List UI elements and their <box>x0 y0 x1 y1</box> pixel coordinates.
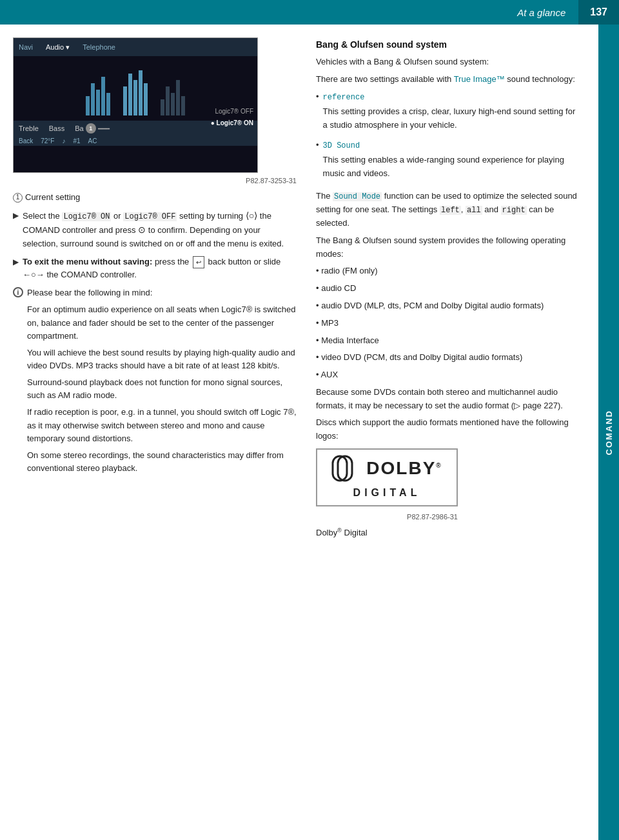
mode-cd: audio CD <box>316 282 582 295</box>
reference-bullet: • reference This setting provides a cris… <box>316 90 582 136</box>
reference-content: reference This setting provides a crisp,… <box>323 90 582 136</box>
info-intro: Please bear the following in mind: <box>27 286 297 299</box>
bass-circle: Ba 1 ━━━ <box>75 123 109 134</box>
back-button-icon: ↩ <box>193 256 204 269</box>
ui-screenshot: Navi Audio ▾ Telephone <box>13 37 258 173</box>
mode-dvd: audio DVD (MLP, dts, PCM and Dolby Digit… <box>316 299 582 313</box>
logos-intro: Discs which support the audio formats me… <box>316 416 582 443</box>
car-ui-tabs: Navi Audio ▾ Telephone <box>14 38 257 56</box>
main-content: Navi Audio ▾ Telephone <box>0 25 619 557</box>
back-label: Back <box>19 137 33 145</box>
dolby-logo-box: DOLBY® DIGITAL <box>316 448 458 506</box>
operating-modes-intro: The Bang & Olufsen sound system provides… <box>316 234 582 261</box>
right-column: Bang & Olufsen sound system Vehicles wit… <box>316 37 588 544</box>
tab-telephone: Telephone <box>83 43 115 51</box>
dolby-logo: DOLBY® DIGITAL <box>331 454 442 501</box>
mode-radio: radio (FM only) <box>316 265 582 278</box>
bullet-text-1: Select the Logic7® ON or Logic7® OFF set… <box>23 209 297 250</box>
left-code: left <box>440 206 461 215</box>
sound-mode-code: Sound Mode <box>333 192 382 201</box>
bullet-item-1: ▶ Select the Logic7® ON or Logic7® OFF s… <box>13 209 297 250</box>
preset-label: #1 <box>73 137 80 145</box>
bullet-dot-ref: • <box>316 90 319 104</box>
screenshot-caption: P82.87-3253-31 <box>13 177 297 185</box>
treble-label: Treble <box>19 125 39 132</box>
info-para-2: You will achieve the best sound results … <box>27 346 297 372</box>
logic7-on-code: Logic7® ON <box>62 212 111 221</box>
info-content: Please bear the following in mind: For a… <box>27 286 297 479</box>
dolby-img-caption: P82.87-2986-31 <box>316 512 458 523</box>
logic-on-label: ● Logic7® ON <box>211 119 253 126</box>
logic7-off-code: Logic7® OFF <box>123 212 177 221</box>
true-image-link: True Image™ <box>454 74 505 84</box>
music-note: ♪ <box>62 137 65 145</box>
dolby-caption: Dolby® Digital <box>316 526 582 540</box>
dolby-dd-symbol <box>331 455 364 482</box>
3d-sound-content: 3D Sound This setting enables a wide-ran… <box>323 139 582 185</box>
bar-group-3 <box>161 80 185 115</box>
exit-menu-bold: To exit the menu without saving: <box>23 257 152 266</box>
header-bar: At a glance 137 <box>0 0 619 25</box>
dvd-note: Because some DVDs contain both stereo an… <box>316 386 582 413</box>
info-para-5: On some stereo recordings, the sound cha… <box>27 449 297 475</box>
tab-navi: Navi <box>19 43 33 51</box>
reference-text: reference <box>323 93 365 102</box>
mode-aux: AUX <box>316 368 582 382</box>
3d-sound-text: 3D Sound <box>323 141 360 150</box>
bar-group-1 <box>86 77 110 115</box>
all-code: all <box>466 206 482 215</box>
info-para-3: Surround-sound playback does not functio… <box>27 376 297 402</box>
right-content: Bang & Olufsen sound system Vehicles wit… <box>316 37 582 540</box>
digital-text: DIGITAL <box>353 485 421 501</box>
sound-mode-text: The Sound Mode function can be used to o… <box>316 190 582 230</box>
bullet-dot-3d: • <box>316 139 319 152</box>
section-title: Bang & Olufsen sound system <box>316 37 582 52</box>
page-number: 137 <box>578 0 619 25</box>
current-setting-label: Current setting <box>25 191 80 204</box>
operating-modes-list: radio (FM only) audio CD audio DVD (MLP,… <box>316 265 582 382</box>
header-title: At a glance <box>517 7 578 18</box>
info-para-4: If radio reception is poor, e.g. in a tu… <box>27 406 297 445</box>
tab-audio: Audio ▾ <box>46 43 70 52</box>
bass-label: Bass <box>49 125 64 132</box>
mode-video-dvd: video DVD (PCM, dts and Dolby Digital au… <box>316 351 582 365</box>
bullet-text-2: To exit the menu without saving: press t… <box>23 255 297 282</box>
info-icon: i <box>13 287 23 297</box>
annotation-1: 1 <box>13 193 23 203</box>
car-ui-display: Navi Audio ▾ Telephone <box>14 38 257 172</box>
mode-media: Media Interface <box>316 334 582 348</box>
3d-sound-bullet: • 3D Sound This setting enables a wide-r… <box>316 139 582 185</box>
registered-mark: ® <box>436 462 442 469</box>
dolby-top: DOLBY® <box>331 454 442 483</box>
info-para-1: For an optimum audio experience on all s… <box>27 303 297 342</box>
intro-1: Vehicles with a Bang & Olufsen sound sys… <box>316 55 582 69</box>
mode-mp3: MP3 <box>316 317 582 330</box>
current-setting-row: 1 Current setting <box>13 191 297 204</box>
temp-label: 72°F <box>41 137 54 145</box>
arrow-icon-2: ▶ <box>13 256 19 268</box>
reference-desc: This setting provides a crisp, clear, lu… <box>323 105 582 132</box>
arrow-icon-1: ▶ <box>13 210 19 222</box>
bullet-item-2: ▶ To exit the menu without saving: press… <box>13 255 297 282</box>
3d-sound-desc: This setting enables a wide-ranging soun… <box>323 154 582 181</box>
left-column: Navi Audio ▾ Telephone <box>13 37 297 544</box>
bar-group-2 <box>123 70 148 115</box>
right-code: right <box>501 206 527 215</box>
ac-label: AC <box>88 137 97 145</box>
circle-1: 1 <box>86 123 96 134</box>
intro-2: There are two settings available with Tr… <box>316 73 582 86</box>
info-block: i Please bear the following in mind: For… <box>13 286 297 479</box>
dolby-text: DOLBY® <box>366 454 442 483</box>
logic-off-label: Logic7® OFF <box>215 108 253 115</box>
car-ui-back-row: Back 72°F ♪ #1 AC <box>14 136 257 146</box>
